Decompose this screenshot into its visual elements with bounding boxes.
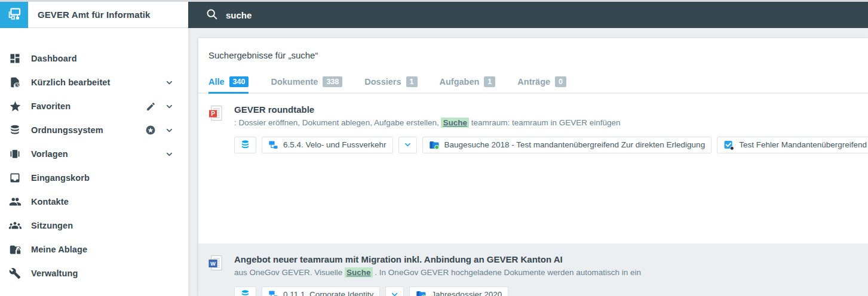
result-body: Angebot neuer teamraum mit Migration ink… (234, 254, 641, 296)
tab-count-badge: 338 (323, 76, 342, 87)
star-circle-icon[interactable] (145, 125, 156, 135)
tab-dokumente[interactable]: Dokumente 338 (271, 76, 342, 94)
search-result-row[interactable]: P GEVER roundtable : Dossier eröffnen, D… (198, 94, 868, 243)
app-logo[interactable] (0, 2, 28, 28)
dossier-icon (416, 289, 427, 296)
sidebar-item-actions (164, 149, 174, 159)
contacts-icon (8, 195, 22, 208)
position-icon (268, 289, 278, 296)
network-screens-icon (6, 6, 22, 24)
sidebar-item-kontakte[interactable]: Kontakte (0, 190, 188, 214)
sidebar: Dashboard Kürzlich bearbeitet Favoriten … (0, 28, 188, 296)
breadcrumb-chips: 0.11.1. Corporate Identity Jahresdossier… (234, 286, 641, 296)
chevron-down-icon (391, 291, 398, 296)
breadcrumb-chip[interactable] (385, 286, 404, 296)
chevron-down-icon[interactable] (164, 101, 174, 112)
task-icon (723, 140, 734, 150)
tab-label: Anträge (517, 77, 550, 87)
position-icon (268, 140, 278, 150)
result-snippet: aus OneGov GEVER. Visuelle Suche . In On… (234, 267, 641, 279)
tab-alle[interactable]: Alle 340 (208, 76, 249, 94)
breadcrumb-chip[interactable] (234, 286, 256, 296)
tab-anträge[interactable]: Anträge 0 (517, 76, 566, 94)
sidebar-item-actions (145, 125, 174, 135)
tab-label: Alle (208, 77, 225, 87)
breadcrumb-chip[interactable]: Jahresdossier 2020 (409, 286, 508, 296)
powerpoint-file-icon: P (208, 105, 223, 122)
tab-count-badge: 1 (406, 76, 418, 87)
sidebar-item-label: Kürzlich bearbeitet (31, 78, 164, 87)
sidebar-item-label: Verwaltung (31, 269, 174, 278)
sidebar-item-sitzungen[interactable]: Sitzungen (0, 214, 188, 238)
chevron-down-icon (404, 141, 412, 149)
sidebar-item-eingangskorb[interactable]: Eingangskorb (0, 166, 188, 190)
templates-icon (8, 147, 22, 161)
sidebar-item-actions (145, 101, 174, 112)
chevron-down-icon[interactable] (164, 125, 174, 135)
sidebar-item-actions (164, 77, 174, 88)
breadcrumb-chips: 6.5.4. Velo- und Fussverkehr Baugesuche … (234, 137, 868, 153)
search-term-highlight: Suche (441, 118, 469, 128)
app-title: GEVER Amt für Informatik (38, 10, 151, 20)
sidebar-item-verwaltung[interactable]: Verwaltung (0, 261, 188, 285)
sidebar-item-kürzlich-bearbeitet[interactable]: Kürzlich bearbeitet (0, 70, 188, 94)
search-input[interactable]: suche (226, 10, 251, 20)
tab-dossiers[interactable]: Dossiers 1 (364, 76, 417, 94)
snippet-before: : Dossier eröffnen, Dokument ablegen, Au… (234, 118, 441, 127)
chip-label: Jahresdossier 2020 (431, 290, 502, 296)
edit-pencil-icon[interactable] (145, 101, 156, 112)
tab-count-badge: 0 (555, 76, 566, 87)
chevron-down-icon[interactable] (164, 77, 174, 88)
sidebar-item-meine-ablage[interactable]: Meine Ablage (0, 238, 188, 261)
breadcrumb-chip[interactable]: 0.11.1. Corporate Identity (262, 286, 380, 296)
results-heading: Suchergebnisse für „suche“ (208, 50, 858, 60)
breadcrumb-chip[interactable] (234, 137, 256, 153)
result-tabs: Alle 340 Dokumente 338 Dossiers 1 Aufgab… (198, 76, 868, 94)
breadcrumb-chip[interactable]: Baugesuche 2018 - Test mandantenübergrei… (422, 137, 712, 153)
sidebar-item-label: Kontakte (31, 197, 174, 206)
dashboard-icon (8, 52, 22, 65)
result-title[interactable]: Angebot neuer teamraum mit Migration ink… (234, 254, 641, 264)
chip-label: 6.5.4. Velo- und Fussverkehr (283, 140, 387, 149)
sidebar-item-label: Vorlagen (31, 149, 164, 159)
svg-text:P: P (211, 110, 215, 117)
sidebar-item-ordnungssystem[interactable]: Ordnungssystem (0, 118, 188, 142)
tab-count-badge: 1 (484, 76, 495, 87)
sidebar-item-label: Meine Ablage (31, 245, 174, 254)
chevron-down-icon[interactable] (164, 149, 174, 159)
global-search-bar[interactable]: suche (188, 2, 868, 28)
result-snippet: : Dossier eröffnen, Dokument ablegen, Au… (234, 117, 868, 129)
recent-document-icon (8, 76, 22, 89)
search-result-row[interactable]: W Angebot neuer teamraum mit Migration i… (198, 243, 868, 296)
favorites-star-icon (8, 100, 22, 113)
meetings-icon (8, 219, 22, 232)
search-results-panel: Suchergebnisse für „suche“ Alle 340 Doku… (198, 38, 868, 296)
repository-icon (240, 289, 250, 296)
tab-aufgaben[interactable]: Aufgaben 1 (440, 76, 496, 94)
breadcrumb-chip[interactable]: Test Fehler Mandantenübergreifend (717, 137, 868, 153)
snippet-after: teamraum: teamraum in GEVER einfügen (469, 118, 621, 127)
search-icon (206, 8, 218, 23)
result-title[interactable]: GEVER roundtable (234, 104, 868, 115)
chip-label: 0.11.1. Corporate Identity (283, 290, 373, 296)
breadcrumb-chip[interactable]: 6.5.4. Velo- und Fussverkehr (262, 137, 393, 153)
breadcrumb-chip[interactable] (398, 137, 417, 153)
word-file-icon: W (208, 255, 223, 272)
tab-label: Aufgaben (440, 77, 480, 87)
gever-app-window: GEVER Amt für Informatik suche Dashboard… (0, 0, 868, 296)
sidebar-item-dashboard[interactable]: Dashboard (0, 47, 188, 70)
results-list: P GEVER roundtable : Dossier eröffnen, D… (198, 94, 868, 296)
search-term-highlight: Suche (345, 267, 373, 278)
wrench-icon (8, 267, 22, 280)
sidebar-item-favoriten[interactable]: Favoriten (0, 94, 188, 118)
sidebar-item-label: Sitzungen (31, 221, 174, 230)
inbox-icon (8, 171, 22, 184)
chip-label: Baugesuche 2018 - Test mandantenübergrei… (444, 140, 706, 149)
sidebar-item-label: Dashboard (31, 54, 174, 63)
sidebar-item-vorlagen[interactable]: Vorlagen (0, 142, 188, 166)
folder-lock-icon (8, 243, 22, 256)
app-title-area: GEVER Amt für Informatik (28, 2, 188, 28)
sidebar-item-label: Eingangskorb (31, 173, 174, 183)
svg-text:W: W (210, 261, 216, 267)
database-icon (8, 124, 22, 137)
